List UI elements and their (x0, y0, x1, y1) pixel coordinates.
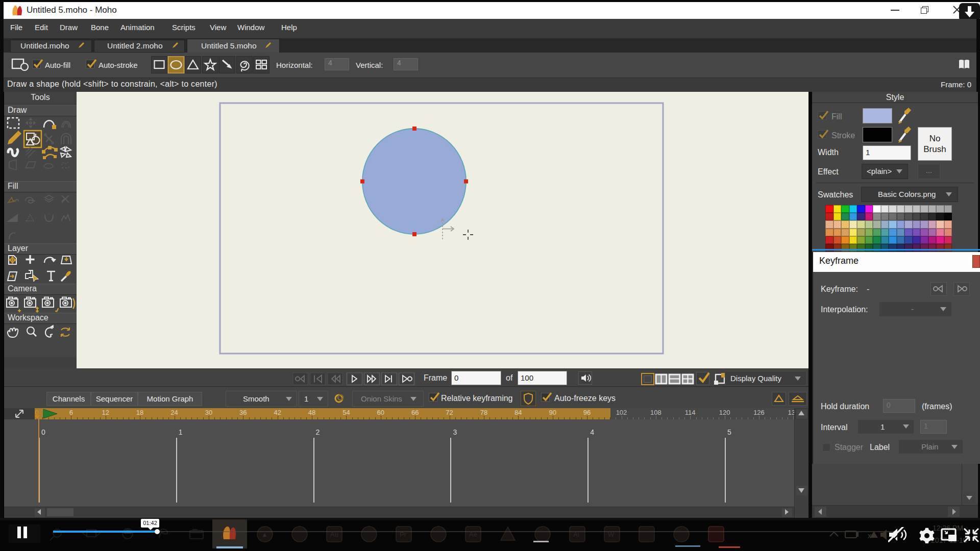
svg-text:x: x (868, 532, 871, 540)
